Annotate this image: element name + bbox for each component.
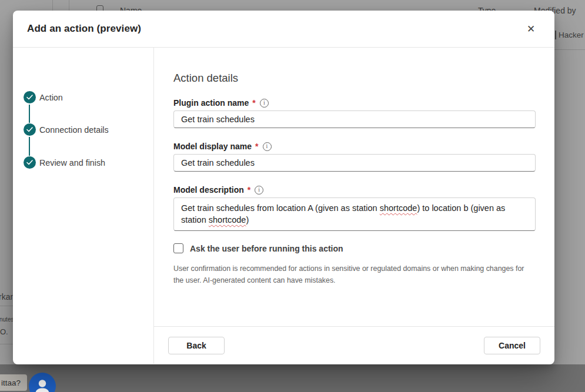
step-action[interactable]: Action [24,91,63,103]
background-row-divider [0,344,13,344]
model-description-label-row: Model description * i [173,184,536,196]
model-display-name-input[interactable] [173,154,536,172]
ask-user-checkbox-row: Ask the user before running this action [173,243,536,253]
step-connector [29,105,30,123]
plugin-action-name-label-row: Plugin action name * i [173,97,536,109]
background-bottom-bar [0,364,585,392]
model-description-textarea[interactable]: Get train schedules from location A (giv… [173,197,536,231]
info-icon[interactable]: i [260,99,269,108]
model-display-name-label: Model display name [173,140,252,152]
step-connector [29,137,30,156]
misspelled-word: shortcode [380,203,417,213]
model-description-label: Model description [173,184,244,196]
step-review-and-finish[interactable]: Review and finish [24,156,105,169]
required-marker: * [247,184,250,196]
misspelled-word: shortcode [209,215,246,225]
ask-user-checkbox[interactable] [173,243,183,253]
cancel-button[interactable]: Cancel [484,337,540,354]
dialog-footer: Back Cancel [154,326,554,364]
background-text-fragment: O. [0,327,8,336]
person-icon [32,376,52,392]
model-display-name-label-row: Model display name * i [173,140,536,152]
plugin-action-name-label: Plugin action name [173,97,249,109]
wizard-steps-nav: Action Connection details Review and fin… [13,48,154,364]
background-row-divider [0,306,13,306]
check-circle-icon [24,91,36,103]
background-text-fragment: nutes [0,316,14,323]
table-cell-divider [555,31,556,39]
back-button[interactable]: Back [168,337,225,354]
step-label: Action [39,93,63,102]
action-details-panel: Action details Plugin action name * i Mo… [154,48,554,326]
dialog-body: Action Connection details Review and fin… [13,48,554,364]
screen: Name Type Modified by Hacker C rkan nute… [0,0,585,392]
add-action-dialog: Add an action (preview) ✕ Action [13,11,554,364]
step-label: Review and finish [39,158,105,167]
description-text: ) [246,215,249,225]
info-icon[interactable]: i [255,186,263,195]
step-label: Connection details [39,125,109,135]
required-marker: * [252,97,255,109]
dialog-title: Add an action (preview) [27,23,141,35]
plugin-action-name-input[interactable] [173,110,536,128]
background-column-divider [69,0,69,11]
close-button[interactable]: ✕ [522,19,540,38]
table-cell-modified-by-value: Hacker C [559,31,585,39]
close-icon: ✕ [527,23,535,35]
panel-heading: Action details [173,71,536,85]
chat-input-fragment: ittaa? [0,374,27,391]
description-text: Get train schedules from location A (giv… [181,203,380,213]
ask-user-checkbox-label: Ask the user before running this action [190,244,343,253]
background-column-divider [52,0,53,11]
confirmation-help-text: User confirmation is recommended for act… [173,263,530,286]
required-marker: * [255,140,258,152]
check-circle-icon [24,123,36,136]
step-connection-details[interactable]: Connection details [24,123,109,136]
dialog-header: Add an action (preview) ✕ [13,11,554,48]
table-row-divider [554,49,585,50]
chat-input-placeholder-fragment: ittaa? [1,378,21,387]
check-circle-icon [24,156,36,169]
info-icon[interactable]: i [263,142,272,151]
